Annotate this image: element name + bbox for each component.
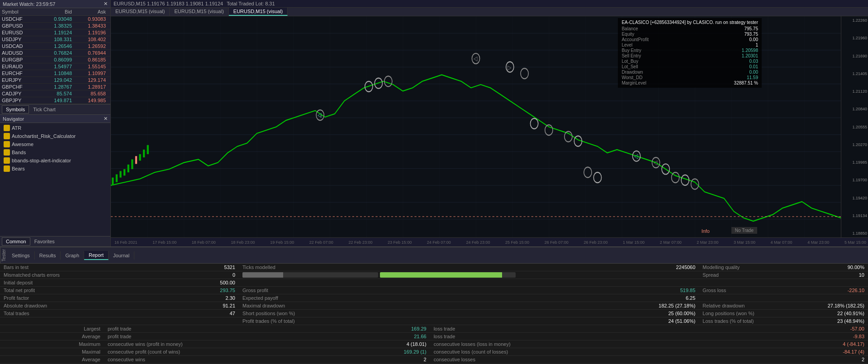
- indicator-icon: [4, 165, 10, 172]
- list-item[interactable]: USDJPY 108.331 108.402: [0, 36, 110, 43]
- svg-rect-16: [119, 171, 121, 177]
- tab-common[interactable]: Common: [2, 237, 30, 246]
- chart-traded-lot: Total Traded Lot: 8.31: [227, 1, 275, 6]
- svg-rect-20: [135, 156, 137, 164]
- total-trades-label: Total trades: [0, 310, 104, 317]
- short-pos-value: 25 (60.00%): [430, 310, 699, 317]
- list-item[interactable]: AUDUSD 0.76824 0.76944: [0, 50, 110, 57]
- chart-tab-2[interactable]: EURUSD,M15 (visual): [170, 8, 228, 16]
- max-cons-losses-value: 4 (-84.17): [796, 340, 868, 348]
- ask-price: 0.76944: [72, 50, 106, 56]
- list-item[interactable]: GBPUSD 1.38325 1.38433: [0, 23, 110, 29]
- table-row: Bars in test 5321 Ticks modelled 2245060…: [0, 264, 868, 271]
- list-item[interactable]: EURGBP 0.86099 0.86185: [0, 57, 110, 63]
- tab-results[interactable]: Results: [35, 251, 61, 260]
- table-row: Profit factor 2.30 Expected payoff 6.25: [0, 294, 868, 302]
- avg-loss-col: loss trade: [430, 333, 699, 340]
- list-item[interactable]: EURJPY 129.042 129.174: [0, 77, 110, 84]
- indicator-icon: [4, 133, 10, 139]
- indicator-name: Awesome: [12, 142, 33, 147]
- price-level: 1.18850: [842, 231, 867, 236]
- ask-price: 1.28917: [72, 84, 106, 90]
- price-level: 1.21960: [842, 36, 867, 40]
- list-item[interactable]: Awesome: [0, 140, 110, 148]
- balance-value: 795.75: [744, 26, 758, 31]
- chart-canvas[interactable]: ←: [111, 16, 841, 237]
- maximum-label: Maximum: [0, 340, 104, 348]
- tab-report[interactable]: Report: [84, 251, 109, 260]
- tab-favorites[interactable]: Favorites: [30, 237, 59, 246]
- initial-deposit-value: 500.00: [104, 279, 239, 287]
- max-cons-wins-col: consecutive wins (profit in money): [104, 340, 239, 348]
- total-net-profit-label: Total net profit: [0, 287, 104, 294]
- tab-tick-chart[interactable]: Tick Chart: [29, 105, 60, 113]
- list-item[interactable]: Bands: [0, 148, 110, 156]
- largest-profit-value: 169.29: [239, 325, 430, 333]
- sell-entry-value: 1.20301: [742, 53, 758, 58]
- lot-buy-label: Lot_Buy: [621, 59, 638, 64]
- time-label: 25 Feb 15:00: [505, 240, 529, 245]
- list-item[interactable]: ATR: [0, 124, 110, 132]
- time-label: 4 Mar 23:00: [807, 240, 829, 245]
- chart-tab-1[interactable]: EURUSD,M15 (visual): [111, 8, 170, 16]
- bid-price: 149.871: [38, 98, 72, 103]
- tab-graph[interactable]: Graph: [61, 251, 84, 260]
- list-item[interactable]: GBPCHF 1.28767 1.28917: [0, 84, 110, 90]
- mismatched-bar: [242, 272, 378, 278]
- equity-value: 793.75: [744, 32, 758, 37]
- svg-text:◁: ◁: [634, 152, 638, 160]
- time-label: 16 Feb 2021: [114, 240, 138, 245]
- account-profit-label: AccountProfit: [621, 37, 648, 42]
- mismatched-value: 0: [104, 271, 239, 279]
- tab-symbols[interactable]: Symbols: [2, 105, 29, 113]
- table-row: Largest profit trade 169.29 loss trade -…: [0, 325, 868, 333]
- table-row: Total net profit 293.75 Gross profit 519…: [0, 287, 868, 294]
- loss-trades-value: 23 (48.94%): [796, 317, 868, 325]
- list-item[interactable]: EURUSD 1.19124 1.19196: [0, 29, 110, 36]
- list-item[interactable]: Bears: [0, 165, 110, 173]
- largest-loss-value: -57.00: [796, 325, 868, 333]
- gross-loss-value: -226.10: [796, 287, 868, 294]
- profit-factor-label: Profit factor: [0, 294, 104, 302]
- max-drawdown-value: 182.25 (27.18%): [430, 302, 699, 310]
- buy-entry-value: 1.20598: [742, 48, 758, 53]
- list-item[interactable]: Autochartist_Risk_Calculator: [0, 132, 110, 140]
- account-profit-value: 0.00: [749, 37, 758, 42]
- total-net-profit-value: 293.75: [104, 287, 239, 294]
- list-item[interactable]: USDCHF 0.93048 0.93083: [0, 16, 110, 23]
- time-label: 23 Feb 15:00: [388, 240, 412, 245]
- gross-profit-label: Gross profit: [239, 287, 430, 294]
- bid-price: 0.76824: [38, 50, 72, 56]
- symbol-name: EURGBP: [2, 57, 38, 62]
- list-item[interactable]: GBPJPY 149.871 149.985: [0, 97, 110, 104]
- expected-payoff-value: 6.25: [430, 294, 699, 302]
- report-table: Bars in test 5321 Ticks modelled 2245060…: [0, 264, 868, 364]
- time-label: 17 Feb 15:00: [152, 240, 176, 245]
- svg-text:▷: ▷: [508, 64, 511, 71]
- tab-settings[interactable]: Settings: [7, 251, 35, 260]
- spread-value: 10: [796, 271, 868, 279]
- symbol-name: USDCHF: [2, 16, 38, 22]
- list-item[interactable]: CADJPY 85.574 85.658: [0, 90, 110, 97]
- list-item[interactable]: EURCHF 1.10848 1.10997: [0, 70, 110, 77]
- list-item[interactable]: USDCAD 1.26546 1.26592: [0, 43, 110, 50]
- chart-tab-3[interactable]: EURUSD,M15 (visual): [229, 8, 288, 16]
- market-watch-close[interactable]: ✕: [104, 1, 108, 7]
- ea-title: EA-CLASICO [+628563344924] by CLASICO. r…: [621, 20, 758, 25]
- time-label: 18 Feb 23:00: [231, 240, 255, 245]
- max-cons-losses-col: consecutive losses (loss in money): [430, 340, 699, 348]
- buy-entry-label: Buy Entry: [621, 48, 641, 53]
- navigator-close[interactable]: ✕: [104, 116, 108, 122]
- price-level: 1.21690: [842, 54, 867, 58]
- no-trade-text: No Trade: [735, 228, 754, 233]
- avg-cons-wins-col: consecutive wins: [104, 356, 239, 364]
- average2-label: Average: [0, 356, 104, 364]
- tab-journal[interactable]: Journal: [109, 251, 134, 260]
- ask-price: 129.174: [72, 77, 106, 83]
- drawdown-label: Drawdown: [621, 70, 643, 75]
- list-item[interactable]: EURAUD 1.54977 1.55145: [0, 63, 110, 70]
- max-cons-loss-col: consecutive loss (count of losses): [430, 348, 699, 356]
- list-item[interactable]: bbands-stop-alert-indicator: [0, 156, 110, 165]
- avg-cons-losses-col: consecutive losses: [430, 356, 699, 364]
- long-pos-label: Long positions (won %): [699, 310, 796, 317]
